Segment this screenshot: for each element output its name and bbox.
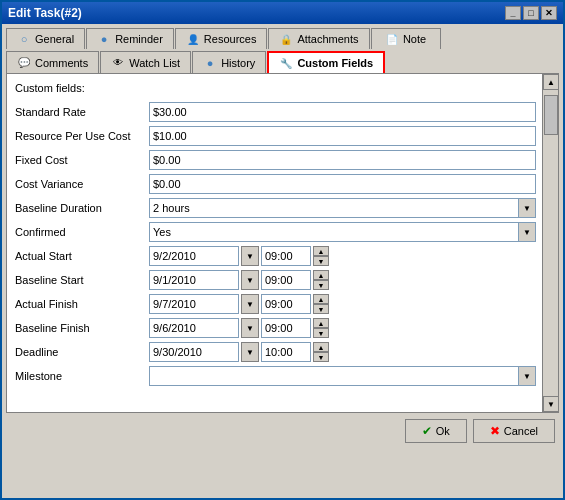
select-confirmed: Yes ▼ [149, 222, 536, 242]
field-row-baseline-finish: Baseline Finish ▼ ▲ ▼ [15, 318, 536, 338]
resources-icon [186, 32, 200, 46]
datetime-baseline-finish: ▼ ▲ ▼ [149, 318, 536, 338]
actual-finish-time-down[interactable]: ▼ [313, 304, 329, 314]
baseline-start-time-up[interactable]: ▲ [313, 270, 329, 280]
customfields-icon [279, 56, 293, 70]
baseline-finish-time-spinner: ▲ ▼ [313, 318, 329, 338]
baseline-finish-date-btn[interactable]: ▼ [241, 318, 259, 338]
input-resource-per-use-cost[interactable] [149, 126, 536, 146]
label-actual-finish: Actual Finish [15, 298, 145, 310]
tab-resources[interactable]: Resources [175, 28, 268, 49]
tab-watchlist[interactable]: Watch List [100, 51, 191, 73]
tab-note-label: Note [403, 33, 426, 45]
label-resource-per-use-cost: Resource Per Use Cost [15, 130, 145, 142]
select-milestone-arrow[interactable]: ▼ [518, 366, 536, 386]
input-actual-start-date[interactable] [149, 246, 239, 266]
field-row-baseline-start: Baseline Start ▼ ▲ ▼ [15, 270, 536, 290]
cancel-label: Cancel [504, 425, 538, 437]
field-row-fixed-cost: Fixed Cost [15, 150, 536, 170]
baseline-start-time-spinner: ▲ ▼ [313, 270, 329, 290]
actual-finish-time-spinner: ▲ ▼ [313, 294, 329, 314]
field-row-deadline: Deadline ▼ ▲ ▼ [15, 342, 536, 362]
select-milestone-value [149, 366, 518, 386]
baseline-start-time-down[interactable]: ▼ [313, 280, 329, 290]
tab-history[interactable]: History [192, 51, 266, 73]
input-actual-finish-date[interactable] [149, 294, 239, 314]
input-deadline-time[interactable] [261, 342, 311, 362]
edit-task-window: Edit Task(#2) _ □ ✕ General Reminder Res… [0, 0, 565, 500]
tab-reminder-label: Reminder [115, 33, 163, 45]
tab-attachments[interactable]: Attachments [268, 28, 369, 49]
reminder-icon [97, 32, 111, 46]
datetime-actual-start: ▼ ▲ ▼ [149, 246, 536, 266]
title-bar-controls: _ □ ✕ [505, 6, 557, 20]
input-deadline-date[interactable] [149, 342, 239, 362]
input-baseline-finish-time[interactable] [261, 318, 311, 338]
cancel-button[interactable]: ✖ Cancel [473, 419, 555, 443]
baseline-start-date-btn[interactable]: ▼ [241, 270, 259, 290]
label-baseline-duration: Baseline Duration [15, 202, 145, 214]
title-bar: Edit Task(#2) _ □ ✕ [2, 2, 563, 24]
attachments-icon [279, 32, 293, 46]
maximize-button[interactable]: □ [523, 6, 539, 20]
input-actual-start-time[interactable] [261, 246, 311, 266]
label-standard-rate: Standard Rate [15, 106, 145, 118]
input-baseline-start-time[interactable] [261, 270, 311, 290]
input-baseline-finish-date[interactable] [149, 318, 239, 338]
select-baseline-duration: 2 hours ▼ [149, 198, 536, 218]
select-milestone: ▼ [149, 366, 536, 386]
tab-reminder[interactable]: Reminder [86, 28, 174, 49]
tab-note[interactable]: Note [371, 28, 441, 49]
input-baseline-start-date[interactable] [149, 270, 239, 290]
deadline-time-down[interactable]: ▼ [313, 352, 329, 362]
actual-finish-time-up[interactable]: ▲ [313, 294, 329, 304]
input-standard-rate[interactable] [149, 102, 536, 122]
note-icon [385, 32, 399, 46]
tab-comments[interactable]: Comments [6, 51, 99, 73]
input-fixed-cost[interactable] [149, 150, 536, 170]
comments-icon [17, 56, 31, 70]
scroll-track [543, 90, 558, 396]
scroll-thumb[interactable] [544, 95, 558, 135]
ok-label: Ok [436, 425, 450, 437]
tab-history-label: History [221, 57, 255, 69]
scroll-up-btn[interactable]: ▲ [543, 74, 559, 90]
deadline-date-btn[interactable]: ▼ [241, 342, 259, 362]
select-baseline-duration-value: 2 hours [149, 198, 518, 218]
fields-container: Standard Rate Resource Per Use Cost Fixe… [15, 102, 538, 404]
field-row-baseline-duration: Baseline Duration 2 hours ▼ [15, 198, 536, 218]
tab-customfields[interactable]: Custom Fields [267, 51, 385, 73]
actual-start-date-btn[interactable]: ▼ [241, 246, 259, 266]
baseline-finish-time-down[interactable]: ▼ [313, 328, 329, 338]
input-cost-variance[interactable] [149, 174, 536, 194]
actual-start-time-down[interactable]: ▼ [313, 256, 329, 266]
label-cost-variance: Cost Variance [15, 178, 145, 190]
scroll-down-btn[interactable]: ▼ [543, 396, 559, 412]
tab-general[interactable]: General [6, 28, 85, 49]
minimize-button[interactable]: _ [505, 6, 521, 20]
tab-attachments-label: Attachments [297, 33, 358, 45]
deadline-time-spinner: ▲ ▼ [313, 342, 329, 362]
select-baseline-duration-arrow[interactable]: ▼ [518, 198, 536, 218]
cancel-icon: ✖ [490, 424, 500, 438]
field-row-milestone: Milestone ▼ [15, 366, 536, 386]
input-actual-finish-time[interactable] [261, 294, 311, 314]
field-row-resource-per-use-cost: Resource Per Use Cost [15, 126, 536, 146]
label-deadline: Deadline [15, 346, 145, 358]
label-actual-start: Actual Start [15, 250, 145, 262]
baseline-finish-time-up[interactable]: ▲ [313, 318, 329, 328]
label-milestone: Milestone [15, 370, 145, 382]
tab-comments-label: Comments [35, 57, 88, 69]
ok-button[interactable]: ✔ Ok [405, 419, 467, 443]
label-baseline-finish: Baseline Finish [15, 322, 145, 334]
select-confirmed-value: Yes [149, 222, 518, 242]
actual-start-time-up[interactable]: ▲ [313, 246, 329, 256]
content-panel: Custom fields: Standard Rate Resource Pe… [6, 73, 559, 413]
deadline-time-up[interactable]: ▲ [313, 342, 329, 352]
history-icon [203, 56, 217, 70]
close-button[interactable]: ✕ [541, 6, 557, 20]
actual-finish-date-btn[interactable]: ▼ [241, 294, 259, 314]
vertical-scrollbar[interactable]: ▲ ▼ [542, 74, 558, 412]
tabs-row2: Comments Watch List History Custom Field… [2, 49, 563, 73]
select-confirmed-arrow[interactable]: ▼ [518, 222, 536, 242]
